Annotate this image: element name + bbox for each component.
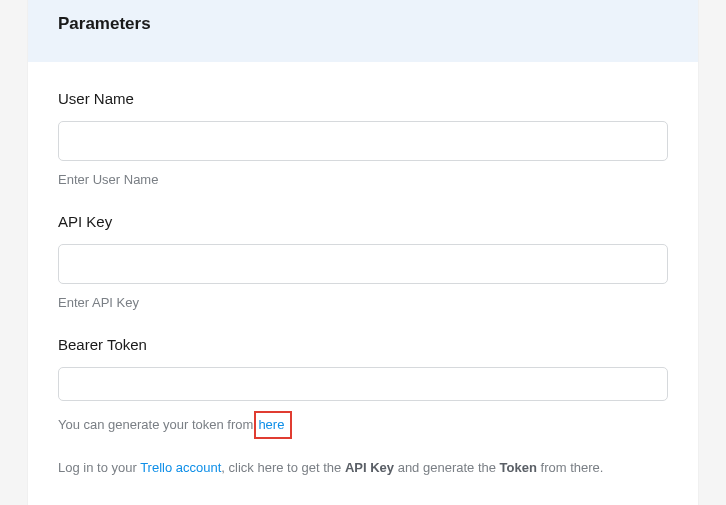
- parameters-content: User Name Enter User Name API Key Enter …: [28, 62, 698, 497]
- apikey-hint: Enter API Key: [58, 294, 668, 312]
- bearer-input[interactable]: [58, 367, 668, 401]
- parameters-header: Parameters: [28, 0, 698, 62]
- info-suffix: from there.: [537, 460, 603, 475]
- bearer-hint-prefix: You can generate your token from: [58, 417, 253, 432]
- bearer-label: Bearer Token: [58, 336, 668, 353]
- trello-account-link[interactable]: Trello account: [140, 460, 221, 475]
- bearer-link-highlight: here: [254, 411, 292, 439]
- info-prefix: Log in to your: [58, 460, 140, 475]
- info-bold-token: Token: [500, 460, 537, 475]
- info-line: Log in to your Trello account, click her…: [58, 459, 668, 477]
- info-mid1: , click here to get the: [221, 460, 345, 475]
- parameters-title: Parameters: [58, 14, 668, 34]
- username-input[interactable]: [58, 121, 668, 161]
- username-label: User Name: [58, 90, 668, 107]
- bearer-hint: You can generate your token from here: [58, 411, 668, 439]
- username-hint: Enter User Name: [58, 171, 668, 189]
- field-username: User Name Enter User Name: [58, 90, 668, 189]
- parameters-card: Parameters User Name Enter User Name API…: [28, 0, 698, 505]
- info-bold-apikey: API Key: [345, 460, 394, 475]
- apikey-input[interactable]: [58, 244, 668, 284]
- field-bearer: Bearer Token You can generate your token…: [58, 336, 668, 439]
- info-mid2: and generate the: [394, 460, 500, 475]
- apikey-label: API Key: [58, 213, 668, 230]
- field-apikey: API Key Enter API Key: [58, 213, 668, 312]
- generate-token-link[interactable]: here: [258, 417, 284, 432]
